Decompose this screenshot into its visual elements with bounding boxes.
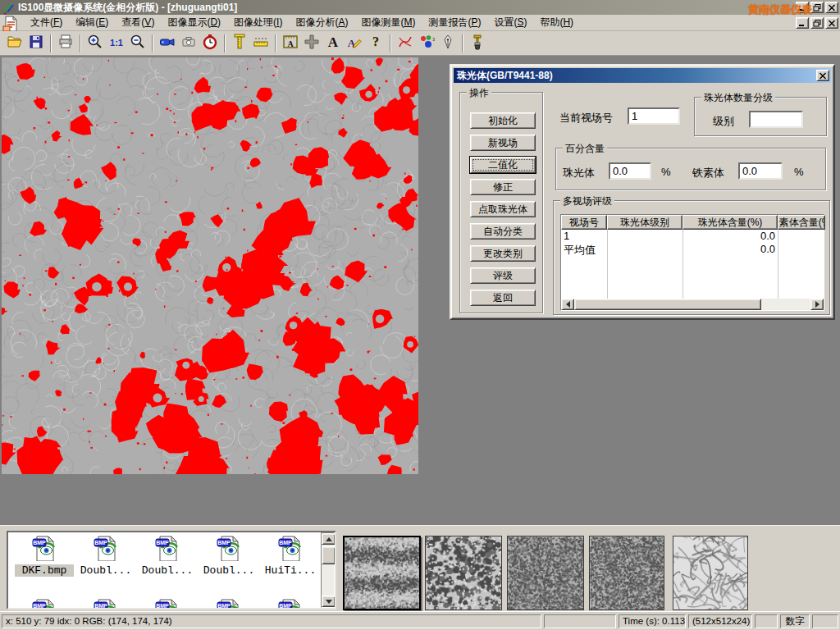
curve-tool-button[interactable]	[395, 33, 416, 54]
measure-text-icon: A	[282, 34, 299, 52]
menu-item-image-processing[interactable]: 图像处理(I)	[227, 14, 289, 31]
grid-line	[778, 230, 778, 299]
dialog-close-button[interactable]	[816, 70, 829, 81]
open-file-button[interactable]	[4, 33, 25, 54]
scroll-left-button[interactable]	[561, 299, 574, 310]
pick-pearlite-button[interactable]: 点取珠光体	[470, 201, 536, 217]
thumbnail-image[interactable]	[589, 536, 664, 610]
measure-text-button[interactable]: A	[280, 33, 301, 54]
pan-cross-button[interactable]	[301, 33, 322, 54]
pen-tool-button[interactable]	[437, 33, 459, 54]
grid-line	[682, 230, 683, 299]
menu-item-image-measure[interactable]: 图像测量(M)	[354, 14, 422, 31]
print-button[interactable]	[55, 33, 76, 54]
thumbnail-image[interactable]	[425, 536, 502, 610]
grading-group-label: 珠光体数量分级	[701, 91, 775, 105]
table-cell: 平均值	[561, 243, 607, 256]
file-item[interactable]: BMPDKF.bmp	[15, 535, 74, 577]
file-item[interactable]: BMPHuiTi...	[261, 535, 320, 577]
actual-size-button[interactable]: 1:1	[106, 33, 127, 54]
file-item[interactable]: BMP	[199, 598, 258, 609]
file-item[interactable]: BMPDoubl...	[76, 535, 135, 577]
menu-item-measure-report[interactable]: 测量报告(P)	[422, 14, 487, 31]
table-row[interactable]: 10.0	[561, 230, 824, 243]
metallographic-image[interactable]	[2, 57, 418, 474]
grade-input[interactable]	[749, 111, 803, 128]
child-restore-button[interactable]	[810, 17, 824, 29]
table-horizontal-scrollbar[interactable]	[561, 299, 824, 310]
column-header[interactable]: 铁素体含量(%)	[778, 215, 825, 230]
toolbar-separator	[390, 34, 391, 52]
file-item[interactable]: BMP	[138, 598, 197, 609]
status-empty	[755, 614, 778, 628]
file-item[interactable]: BMP	[15, 598, 74, 609]
snapshot-camera-button[interactable]	[178, 33, 199, 54]
scrollbar-thumb[interactable]	[574, 299, 761, 310]
toolbar-separator	[50, 34, 52, 52]
change-class-button[interactable]: 更改类别	[470, 245, 536, 262]
video-camera-button[interactable]	[157, 33, 178, 54]
zoom-out-button[interactable]	[127, 33, 148, 54]
table-row[interactable]: 平均值0.0	[561, 243, 824, 256]
grade-button[interactable]: 评级	[470, 267, 536, 284]
menu-item-file[interactable]: 文件(F)	[24, 14, 69, 31]
snapshot-camera-icon	[180, 34, 197, 52]
column-header[interactable]: 视场号	[561, 215, 607, 230]
zoom-out-icon	[130, 34, 146, 52]
minimize-button[interactable]	[796, 2, 809, 13]
correct-button[interactable]: 修正	[470, 179, 536, 195]
menu-item-edit[interactable]: 编辑(E)	[69, 14, 115, 31]
text-edit-button[interactable]: A	[344, 33, 365, 54]
text-label-icon: A	[325, 34, 341, 52]
text-label-button[interactable]: A	[322, 33, 344, 54]
toolbar-separator	[462, 34, 463, 52]
paint-brush-icon	[469, 34, 486, 52]
menu-item-help[interactable]: 帮助(H)	[533, 14, 580, 31]
scroll-down-button[interactable]	[322, 596, 336, 607]
timer-button[interactable]	[199, 33, 221, 54]
menubar: 文件(F)编辑(E)查看(V)图像显示(D)图像处理(I)图像分析(A)图像测量…	[0, 15, 840, 31]
help-button[interactable]: ??	[365, 33, 386, 54]
pen-tool-icon	[440, 34, 456, 52]
menu-item-settings[interactable]: 设置(S)	[487, 14, 533, 31]
ruler-horizontal-button[interactable]	[250, 33, 272, 54]
marker-pins-button[interactable]: 3	[416, 33, 437, 54]
new-field-button[interactable]: 新视场	[470, 135, 536, 151]
scroll-right-button[interactable]	[810, 299, 824, 310]
thumbnail-image[interactable]	[507, 536, 584, 610]
file-item[interactable]: BMP	[76, 598, 135, 609]
scroll-up-button[interactable]	[322, 533, 336, 545]
binarize-button[interactable]: 二值化	[470, 157, 536, 173]
file-vertical-scrollbar[interactable]	[321, 532, 335, 608]
pearlite-percent-input[interactable]	[609, 162, 651, 180]
current-field-input[interactable]	[628, 107, 680, 125]
menu-item-image-analysis[interactable]: 图像分析(A)	[289, 14, 354, 31]
thumbnail-image[interactable]	[673, 536, 748, 610]
restore-button[interactable]	[810, 2, 824, 13]
child-minimize-button[interactable]	[796, 17, 809, 29]
svg-text:BMP: BMP	[156, 540, 169, 546]
menu-item-image-display[interactable]: 图像显示(D)	[161, 14, 227, 31]
file-name: Doubl...	[76, 564, 135, 577]
zoom-in-button[interactable]	[84, 33, 106, 54]
file-name: Doubl...	[199, 564, 258, 577]
return-button[interactable]: 返回	[470, 290, 536, 306]
column-header[interactable]: 珠光体含量(%)	[682, 215, 778, 230]
thumbnail-image[interactable]	[343, 536, 421, 610]
scrollbar-thumb[interactable]	[322, 546, 336, 564]
close-button[interactable]	[825, 2, 838, 13]
column-header[interactable]: 珠光体级别	[607, 215, 682, 230]
auto-classify-button[interactable]: 自动分类	[470, 223, 536, 240]
svg-text:BMP: BMP	[94, 540, 107, 546]
file-item[interactable]: BMPDoubl...	[199, 535, 258, 577]
ferrite-percent-input[interactable]	[738, 162, 783, 180]
child-close-button[interactable]	[825, 17, 838, 29]
save-button[interactable]	[25, 33, 47, 54]
ruler-vertical-button[interactable]	[229, 33, 250, 54]
file-item[interactable]: BMPDoubl...	[138, 535, 197, 577]
file-item[interactable]: BMP	[261, 598, 320, 609]
paint-brush-button[interactable]	[467, 33, 488, 54]
menu-item-view[interactable]: 查看(V)	[115, 14, 161, 31]
initialize-button[interactable]: 初始化	[470, 112, 536, 129]
bmp-file-icon: BMP	[93, 552, 119, 564]
